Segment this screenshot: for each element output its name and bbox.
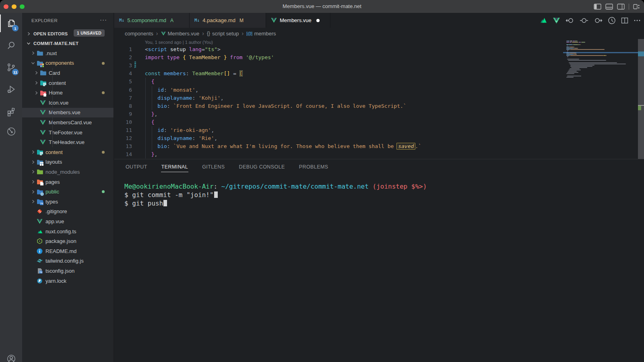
panel-tab-terminal[interactable]: TERMINAL [161,162,188,172]
code-line-7[interactable]: 7 displayname: 'Kohji', [114,94,638,102]
git-icon [36,208,43,215]
tree-item-icon-vue[interactable]: Icon.vue [22,98,114,108]
explorer-more-actions-icon[interactable]: ··· [100,16,107,23]
activity-account-icon[interactable] [0,349,22,362]
activity-gitlens-icon[interactable] [0,121,22,142]
code-line-11[interactable]: 11 id: 'rie-oki-agn', [114,126,638,134]
tab-members-vue[interactable]: Members.vue [266,13,330,28]
code-line-14[interactable]: 14 }, [114,150,638,158]
toggle-secondary-sidebar-icon[interactable] [617,4,625,10]
tree-item-content[interactable]: content [22,147,114,157]
gutter-modified-indicator [134,62,136,68]
volar-icon[interactable] [553,17,560,24]
nuxt-icon[interactable] [539,17,547,23]
tree-item-label: pages [45,179,60,185]
tree-item-content[interactable]: content [22,78,114,88]
tree-item-package-json[interactable]: package.json [22,236,114,246]
tab-4-package-md[interactable]: M↓4.package.mdM [190,13,266,28]
toggle-panel-icon[interactable] [605,4,613,10]
breadcrumb-item-members-vue[interactable]: Members.vue [161,31,200,37]
tree-item-pages[interactable]: pages [22,177,114,187]
breadcrumb-separator: › [202,30,204,37]
titlebar-separator [629,4,629,10]
chevron-down-icon [30,61,36,65]
code-line-4[interactable]: 4const members: TeamMember[] = [ [114,70,638,78]
panel-tab-debug-console[interactable]: DEBUG CONSOLE [239,162,285,172]
tree-item-tsconfig-json[interactable]: TStsconfig.json [22,266,114,276]
breadcrumb-item-script-setup[interactable]: {}script setup [207,31,239,37]
breadcrumb-item-members[interactable]: [@]members [246,31,276,37]
tree-item--nuxt[interactable]: .nuxt [22,48,114,58]
tree-item-home[interactable]: Home [22,88,114,98]
terminal-line-2: $ git commit -m "join!" [124,191,640,199]
nav-out-icon[interactable] [580,17,588,24]
tree-item-label: tsconfig.json [45,268,74,274]
activity-extensions-icon[interactable] [0,101,22,121]
tree-item--gitignore[interactable]: .gitignore [22,207,114,217]
explorer-badge: 1 [12,25,19,31]
code-line-9[interactable]: 9 }, [114,110,638,118]
tree-item-yarn-lock[interactable]: yarn.lock [22,276,114,286]
unsaved-badge: 1 UNSAVED [74,29,105,37]
tailwind-icon [36,258,43,264]
activity-run-debug-icon[interactable] [0,79,22,99]
tree-item-types[interactable]: TStypes [22,197,114,207]
tree-item-nuxt-config-ts[interactable]: nuxt.config.ts [22,226,114,237]
dirty-indicator[interactable] [316,19,320,22]
editor-scrollbar[interactable] [638,39,644,159]
chevron-right-icon [30,150,36,154]
folder-public-icon [36,189,43,195]
tree-item-label: app.vue [45,218,64,224]
tab-5-component-md[interactable]: M↓5.component.mdA [114,13,190,28]
toggle-primary-sidebar-icon[interactable] [594,4,601,10]
code-line-5[interactable]: 5 { [114,78,638,86]
nav-forward-icon[interactable] [594,17,603,24]
code-line-8[interactable]: 8 bio: `Front End Engineer I love JavaSc… [114,102,638,110]
panel-tab-gitlens[interactable]: GITLENS [202,162,225,172]
vue-icon [39,129,46,136]
tree-item-app-vue[interactable]: app.vue [22,216,114,226]
open-editors-section[interactable]: OPEN EDITORS 1 UNSAVED [22,29,114,39]
nav-back-icon[interactable] [566,17,574,24]
code-editor[interactable]: You, 1 second ago | 1 author (You) 1<scr… [114,39,644,159]
more-icon[interactable] [634,17,641,24]
tree-item-components[interactable]: components [22,58,114,68]
customize-layout-icon[interactable] [633,4,640,10]
code-line-13[interactable]: 13 bio: `Vue and Nuxt are what I'm livin… [114,142,638,150]
tree-item-public[interactable]: public [22,187,114,197]
timeline-icon[interactable] [608,16,616,25]
terminal[interactable]: Me@ookirienoMacBook-Air: ~/gitrepos/comm… [124,182,640,208]
code-line-3[interactable]: 3 [114,62,638,70]
tree-item-tailwind-config-js[interactable]: tailwind.config.js [22,256,114,266]
chevron-right-icon [30,180,36,184]
git-blame-annotation: You, 1 second ago | 1 author (You) [145,39,213,45]
tree-item-memberscard-vue[interactable]: MembersCard.vue [22,117,114,128]
activity-explorer-icon[interactable]: 1 [0,13,22,33]
tree-item-members-vue[interactable]: Members.vue [22,108,114,118]
panel-tab-problems[interactable]: PROBLEMS [299,162,329,172]
activity-source-control-icon[interactable]: 11 [0,57,22,77]
minimap[interactable] [563,40,638,159]
tree-item-card[interactable]: Card [22,68,114,78]
sidebar-title: EXPLORER [31,18,58,23]
git-status-letter: A [170,18,173,23]
breadcrumb-item-components[interactable]: components [125,31,153,37]
activity-search-icon[interactable] [0,35,22,56]
code-line-10[interactable]: 10 { [114,118,638,126]
tree-item-thefooter-vue[interactable]: TheFooter.vue [22,128,114,138]
code-line-2[interactable]: 2import type { TeamMember } from '@/type… [114,53,638,62]
tree-item-layouts[interactable]: layouts [22,157,114,167]
tree-item-node-modules[interactable]: node_modules [22,167,114,177]
tree-item-theheader-vue[interactable]: TheHeader.vue [22,137,114,147]
tree-item-readme-md[interactable]: README.md [22,246,114,256]
tree-item-label: MembersCard.vue [49,119,92,125]
explorer-sidebar: EXPLORER ··· OPEN EDITORS 1 UNSAVED COMM… [22,13,114,362]
tree-item-label: public [45,189,59,195]
code-line-6[interactable]: 6 id: 'monsat', [114,86,638,94]
split-editor-icon[interactable] [621,17,628,24]
vue-icon [39,139,46,146]
project-root-section[interactable]: COMMIT-MATE.NET [22,39,114,48]
panel-tab-output[interactable]: OUTPUT [125,162,148,172]
code-line-12[interactable]: 12 displayname: 'Rie', [114,134,638,142]
code-line-1[interactable]: 1<script setup lang="ts"> [114,45,638,53]
